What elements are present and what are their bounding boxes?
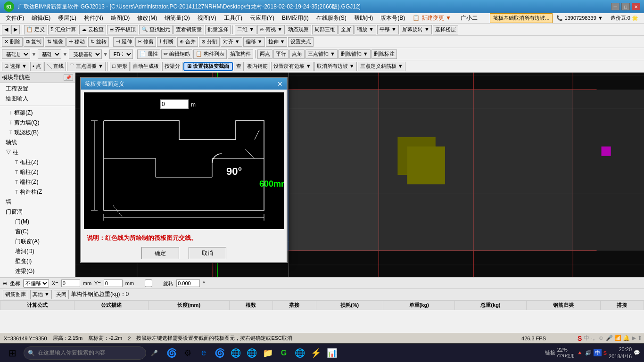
- sidebar-item-struct-col[interactable]: T 构造柱(Z: [2, 187, 73, 197]
- x-input[interactable]: [61, 280, 80, 287]
- tb-cloud-check[interactable]: ☁ 云检查: [79, 25, 106, 34]
- sidebar-item-coupling-beam[interactable]: 连梁(G): [2, 266, 73, 276]
- tb-screen-rotate[interactable]: 屏幕旋转 ▼: [400, 25, 432, 34]
- menu-cloud[interactable]: 云应用(Y): [246, 13, 278, 23]
- tb-sum[interactable]: Σ 汇总计算: [48, 25, 78, 34]
- sidebar-item-door-window[interactable]: 门窗洞: [2, 207, 73, 217]
- tb-merge[interactable]: ⊕ 合并: [177, 37, 198, 47]
- tb-view-section[interactable]: 查: [234, 62, 244, 71]
- select-fb3[interactable]: FB-3: [109, 49, 133, 59]
- tb-define[interactable]: 📋 定义: [24, 25, 47, 34]
- menu-bim[interactable]: BIM应用(I): [278, 13, 313, 23]
- tb-set-all-slope[interactable]: 设置所有边坡 ▼: [271, 62, 314, 71]
- tb-delete-aux[interactable]: 删除辅轴 ▼: [339, 49, 371, 59]
- tb-point-draw[interactable]: • 点: [30, 62, 43, 71]
- taskbar-icon-2[interactable]: ⚙: [180, 346, 195, 361]
- sidebar-item-window[interactable]: 窗(C): [2, 227, 73, 237]
- tb-slab-rebar[interactable]: 板内钢筋: [245, 62, 270, 71]
- tb-parallel[interactable]: 平行: [273, 49, 289, 59]
- menu-raft-cancel[interactable]: 笺板基础取消所有边坡...: [490, 13, 553, 23]
- sidebar-item-axis[interactable]: 轴线: [2, 138, 73, 148]
- minimize-button[interactable]: ─: [611, 3, 619, 10]
- tb-zoom[interactable]: 缩放 ▼: [355, 25, 376, 34]
- sidebar-item-shear-wall[interactable]: T 剪力墙(Q): [2, 118, 73, 128]
- tb-arc[interactable]: ⌒ 三点圆弧 ▼: [67, 62, 106, 71]
- tb-fullscreen[interactable]: 全屏: [339, 25, 354, 34]
- tb-align-top[interactable]: ⊟ 齐平板顶: [107, 25, 138, 34]
- tb-line[interactable]: ╲ 直线: [44, 62, 66, 71]
- maximize-button[interactable]: □: [621, 3, 630, 10]
- mic-icon[interactable]: 🎤: [147, 346, 161, 360]
- sidebar-item-door-window-combo[interactable]: 门联窗(A): [2, 237, 73, 247]
- menu-floor[interactable]: 楼层(L): [54, 13, 80, 23]
- rotate-input[interactable]: [176, 280, 200, 287]
- sidebar-item-frame-z[interactable]: T 框架(Z): [2, 108, 73, 118]
- menu-help[interactable]: 帮助(H): [350, 13, 377, 23]
- taskbar-icon-7[interactable]: 📁: [260, 346, 275, 361]
- taskbar-icon-5[interactable]: 🌐: [228, 346, 243, 361]
- start-button[interactable]: ⊞: [2, 345, 23, 362]
- modal-cancel-button[interactable]: 取消: [189, 247, 226, 259]
- ime-label[interactable]: 中: [594, 349, 602, 356]
- tb-back[interactable]: ◀: [2, 25, 10, 34]
- tb-top-view[interactable]: ⊙ 俯视 ▼: [257, 25, 285, 34]
- tb-forward[interactable]: ▶: [11, 25, 20, 34]
- nav-dock-btn[interactable]: 📌: [64, 74, 73, 81]
- taskbar-icon-10[interactable]: 📊: [324, 346, 339, 361]
- tb-property[interactable]: 📄 属性: [137, 49, 160, 59]
- menu-tools[interactable]: 工具(T): [220, 13, 246, 23]
- menu-component[interactable]: 构件(N): [80, 13, 107, 23]
- tb-cancel-all-slope[interactable]: 取消所有边坡 ▼: [314, 62, 357, 71]
- menu-edit[interactable]: 编辑(E): [28, 13, 54, 23]
- taskbar-icon-8[interactable]: 🌐: [292, 346, 307, 361]
- sidebar-item-cast-slab[interactable]: T 现浇板(B): [2, 128, 73, 138]
- sidebar-item-door[interactable]: 门(M): [2, 217, 73, 227]
- menu-version[interactable]: 版本号(B): [377, 13, 409, 23]
- menu-phone[interactable]: 📞 13907298339 ▼: [553, 14, 606, 22]
- modal-ok-button[interactable]: 确定: [141, 247, 179, 259]
- tb-rebar-lib[interactable]: 钢筋图库: [3, 290, 28, 299]
- tb-close[interactable]: 关闭: [54, 290, 69, 299]
- tb-set-grip[interactable]: 设置夹点: [288, 37, 314, 47]
- tb-find[interactable]: 🔍 查找图元: [139, 25, 173, 34]
- tb-align[interactable]: 对齐 ▼: [221, 37, 242, 47]
- sidebar-item-wall[interactable]: 墙: [2, 197, 73, 207]
- menu-cost[interactable]: 造价豆:0 🌟: [607, 14, 642, 23]
- tb-select[interactable]: ⊡ 选择 ▼: [2, 62, 29, 71]
- tb-move[interactable]: ✛ 移动: [66, 37, 87, 47]
- taskbar-icon-1[interactable]: 🌀: [164, 346, 179, 361]
- rotate-checkbox[interactable]: [137, 280, 160, 287]
- menu-rebar[interactable]: 钢筋量(Q): [161, 13, 193, 23]
- tb-batch-select[interactable]: 批量选择: [205, 25, 231, 34]
- y-input[interactable]: [104, 280, 123, 287]
- taskbar-icon-4[interactable]: 🌀: [212, 346, 227, 361]
- tb-component-list[interactable]: 📋 构件列表: [193, 49, 227, 59]
- tb-point-angle[interactable]: 点角: [289, 49, 305, 59]
- tb-other[interactable]: 其他 ▼: [30, 290, 52, 299]
- tb-split[interactable]: ⊗ 分割: [199, 37, 220, 47]
- tb-local-3d[interactable]: 局部三维: [312, 25, 338, 34]
- tb-pick-component[interactable]: 抬取构件: [228, 49, 253, 59]
- taskbar-icon-g[interactable]: G: [276, 346, 291, 361]
- tb-dynamic[interactable]: 动态观察: [286, 25, 311, 34]
- tb-three-point-slant[interactable]: 三点定义斜筋板 ▼: [358, 62, 405, 71]
- sidebar-item-end-col[interactable]: T 端柱(Z): [2, 177, 73, 187]
- sidebar-item-niche[interactable]: 壁龛(I): [2, 256, 73, 266]
- sidebar-item-column[interactable]: ▽ 柱: [2, 148, 73, 157]
- select-base-layer[interactable]: 基础层: [2, 49, 30, 59]
- menu-xiaoer[interactable]: 广小二: [457, 13, 481, 23]
- tb-set-raft-section[interactable]: ⊞ 设置筏板变截面: [183, 62, 233, 71]
- tb-2d[interactable]: 二维 ▼: [235, 25, 256, 34]
- search-bar[interactable]: 🔍 在这里输入你要搜索的内容: [24, 346, 146, 360]
- tb-three-point-aux[interactable]: 三点辅轴 ▼: [305, 49, 338, 59]
- menu-modify[interactable]: 修改(M): [133, 13, 161, 23]
- sidebar-item-wall-hole[interactable]: 墙洞(D): [2, 247, 73, 256]
- tb-delete[interactable]: ✕ 删除: [2, 37, 23, 47]
- menu-view[interactable]: 视图(V): [194, 13, 220, 23]
- data-table[interactable]: 计算公式 公式描述 长度(mm) 根数 搭接 损耗(%) 单重(kg) 总重(k…: [0, 300, 644, 333]
- tb-view-rebar[interactable]: 查看钢筋量: [173, 25, 204, 34]
- select-base[interactable]: 基础: [38, 49, 61, 59]
- tb-auto-slab[interactable]: 自动生成板: [131, 62, 161, 71]
- taskbar-icon-9[interactable]: ⚡: [308, 346, 323, 361]
- tb-stretch[interactable]: 拉伸 ▼: [266, 37, 288, 47]
